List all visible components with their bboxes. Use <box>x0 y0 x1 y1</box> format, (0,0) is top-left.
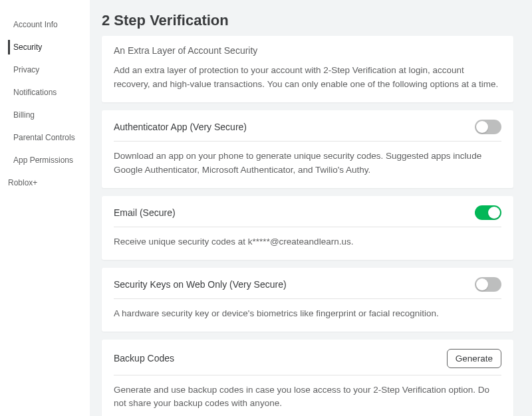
sidebar-item-label: Billing <box>13 110 35 120</box>
sidebar-item-billing[interactable]: Billing <box>0 104 90 126</box>
toggle-knob-icon <box>476 278 488 290</box>
sidebar-item-label: Account Info <box>13 20 58 29</box>
email-toggle[interactable] <box>475 205 501 220</box>
sidebar-item-parental-controls[interactable]: Parental Controls <box>0 126 90 149</box>
sidebar-item-label: Security <box>13 43 42 52</box>
card-desc: Generate and use backup codes in case yo… <box>114 375 501 411</box>
security-keys-card: Security Keys on Web Only (Very Secure) … <box>102 268 513 332</box>
sidebar-item-security[interactable]: Security <box>0 36 90 58</box>
authenticator-app-card: Authenticator App (Very Secure) Download… <box>102 110 513 188</box>
card-title: Security Keys on Web Only (Very Secure) <box>114 279 287 290</box>
sidebar-item-label: Privacy <box>13 65 39 74</box>
intro-card: An Extra Layer of Account Security Add a… <box>102 36 513 102</box>
main-content: 2 Step Verification An Extra Layer of Ac… <box>90 0 532 416</box>
card-desc: Receive unique security codes at k*****@… <box>114 227 501 249</box>
authenticator-app-toggle[interactable] <box>475 120 501 134</box>
toggle-knob-icon <box>488 207 500 219</box>
card-title: Email (Secure) <box>114 207 176 218</box>
security-keys-toggle[interactable] <box>475 277 501 292</box>
sidebar-item-label: App Permissions <box>13 156 73 165</box>
card-desc: A hardware security key or device's biom… <box>114 299 501 321</box>
card-desc: Download an app on your phone to generat… <box>114 142 501 177</box>
sidebar-item-privacy[interactable]: Privacy <box>0 58 90 81</box>
card-title: Authenticator App (Very Secure) <box>114 122 247 132</box>
sidebar-item-label: Parental Controls <box>13 133 75 142</box>
backup-codes-card: Backup Codes Generate Generate and use b… <box>102 340 513 416</box>
sidebar-item-label: Notifications <box>13 88 57 97</box>
email-card: Email (Secure) Receive unique security c… <box>102 196 513 260</box>
sidebar-item-account-info[interactable]: Account Info <box>0 13 90 36</box>
settings-sidebar: Account Info Security Privacy Notificati… <box>0 0 90 416</box>
section-heading-2sv: 2 Step Verification <box>102 12 513 29</box>
sidebar-item-app-permissions[interactable]: App Permissions <box>0 149 90 171</box>
intro-title: An Extra Layer of Account Security <box>114 45 501 56</box>
card-title: Backup Codes <box>114 353 174 364</box>
intro-desc: Add an extra layer of protection to your… <box>114 64 501 92</box>
toggle-knob-icon <box>476 121 488 133</box>
sidebar-item-notifications[interactable]: Notifications <box>0 81 90 104</box>
sidebar-item-roblox-plus[interactable]: Roblox+ <box>0 171 90 194</box>
generate-button[interactable]: Generate <box>447 349 501 368</box>
sidebar-item-label: Roblox+ <box>8 178 37 187</box>
